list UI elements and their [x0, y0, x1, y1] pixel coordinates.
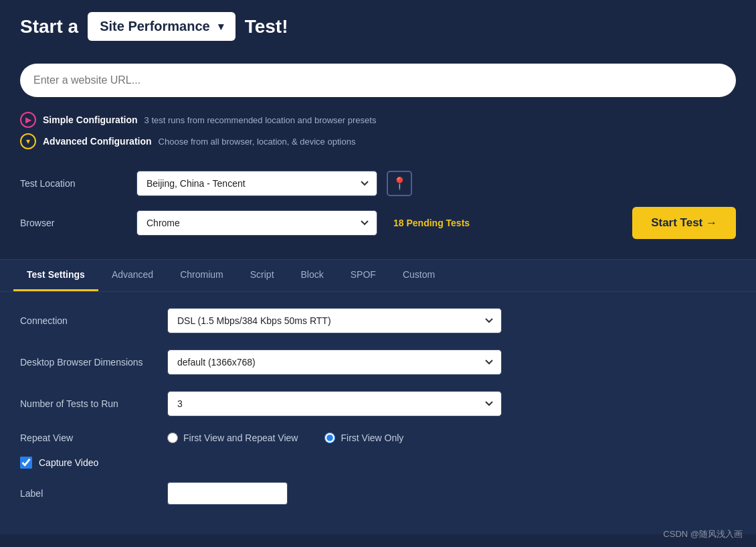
advanced-config-icon: ▾: [20, 133, 36, 149]
header-prefix: Start a: [20, 16, 78, 37]
form-section: Test Location Beijing, China - Tencent 📍…: [0, 164, 756, 259]
label-row: Label: [20, 482, 736, 505]
test-type-label: Site Performance: [100, 19, 210, 34]
first-view-repeat-option[interactable]: First View and Repeat View: [167, 433, 298, 443]
tabs-container: Test Settings Advanced Chromium Script B…: [0, 259, 756, 534]
url-input[interactable]: [20, 64, 736, 97]
advanced-config-row: ▾ Advanced Configuration Choose from all…: [20, 133, 736, 149]
pending-tests-badge: 18 Pending Tests: [393, 218, 470, 228]
connection-select[interactable]: DSL (1.5 Mbps/384 Kbps 50ms RTT): [167, 308, 502, 333]
capture-video-checkbox[interactable]: [20, 457, 32, 469]
first-view-repeat-radio[interactable]: [167, 433, 178, 443]
desktop-dims-select[interactable]: default (1366x768): [167, 349, 502, 375]
start-test-button[interactable]: Start Test →: [632, 207, 736, 239]
tab-block[interactable]: Block: [288, 260, 337, 291]
config-section: ▶ Simple Configuration 3 test runs from …: [0, 108, 756, 164]
repeat-view-radio-group: First View and Repeat View First View On…: [167, 433, 403, 443]
capture-video-label: Capture Video: [39, 457, 98, 468]
tab-chromium[interactable]: Chromium: [167, 260, 237, 291]
repeat-view-label: Repeat View: [20, 433, 167, 443]
chevron-down-icon: ▾: [218, 20, 223, 33]
url-section: [0, 53, 756, 108]
connection-row: Connection DSL (1.5 Mbps/384 Kbps 50ms R…: [20, 308, 736, 333]
num-tests-label: Number of Tests to Run: [20, 398, 167, 409]
label-field-label: Label: [20, 488, 167, 499]
test-location-label: Test Location: [20, 178, 127, 189]
advanced-config-desc: Choose from all browser, location, & dev…: [159, 137, 356, 147]
connection-label: Connection: [20, 315, 167, 326]
first-view-only-radio[interactable]: [324, 433, 335, 443]
test-location-row: Test Location Beijing, China - Tencent 📍: [20, 171, 736, 196]
header-suffix: Test!: [245, 16, 288, 37]
watermark: CSDN @随风浅入画: [663, 528, 743, 540]
first-view-only-label: First View Only: [341, 433, 403, 443]
capture-video-row: Capture Video: [20, 457, 736, 469]
simple-config-desc: 3 test runs from recommended location an…: [145, 115, 377, 125]
browser-row: Browser Chrome 18 Pending Tests Start Te…: [20, 207, 736, 239]
tabs-bar: Test Settings Advanced Chromium Script B…: [0, 260, 756, 292]
browser-label: Browser: [20, 218, 127, 228]
browser-select[interactable]: Chrome: [136, 210, 377, 236]
simple-config-label: Simple Configuration: [43, 114, 138, 125]
tab-spof[interactable]: SPOF: [337, 260, 389, 291]
test-type-dropdown[interactable]: Site Performance ▾: [88, 12, 235, 41]
location-pin-button[interactable]: 📍: [387, 171, 412, 196]
first-view-repeat-label: First View and Repeat View: [183, 433, 298, 443]
repeat-view-row: Repeat View First View and Repeat View F…: [20, 433, 736, 443]
tab-test-settings[interactable]: Test Settings: [13, 260, 98, 291]
label-input[interactable]: [167, 482, 288, 505]
desktop-dims-row: Desktop Browser Dimensions default (1366…: [20, 349, 736, 375]
desktop-dims-label: Desktop Browser Dimensions: [20, 357, 167, 368]
tab-custom[interactable]: Custom: [389, 260, 448, 291]
first-view-only-option[interactable]: First View Only: [324, 433, 403, 443]
tab-script[interactable]: Script: [237, 260, 288, 291]
simple-config-icon: ▶: [20, 112, 36, 128]
start-test-label: Start Test →: [651, 216, 717, 230]
page-header: Start a Site Performance ▾ Test!: [0, 0, 756, 53]
num-tests-select[interactable]: 3: [167, 391, 502, 416]
settings-content: Connection DSL (1.5 Mbps/384 Kbps 50ms R…: [0, 292, 756, 534]
tab-advanced[interactable]: Advanced: [98, 260, 167, 291]
simple-config-row: ▶ Simple Configuration 3 test runs from …: [20, 112, 736, 128]
num-tests-row: Number of Tests to Run 3: [20, 391, 736, 416]
location-pin-icon: 📍: [392, 176, 407, 191]
test-location-select[interactable]: Beijing, China - Tencent: [136, 171, 377, 196]
advanced-config-label: Advanced Configuration: [43, 136, 152, 147]
